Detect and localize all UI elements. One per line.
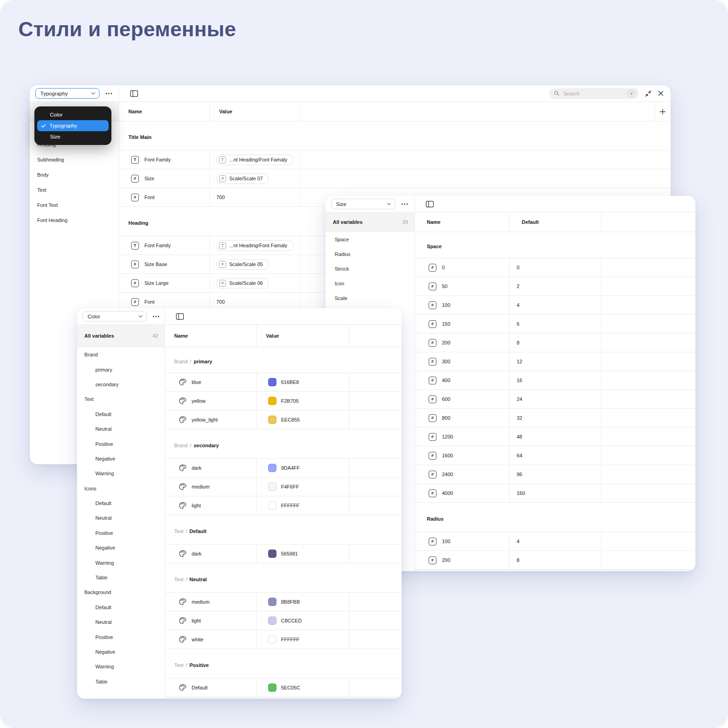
variable-row[interactable]: #4000160 [415, 484, 695, 503]
collapse-button[interactable] [645, 90, 652, 97]
more-menu-button[interactable] [153, 316, 160, 317]
variable-row[interactable]: white FFFFFF [165, 630, 402, 649]
variable-value[interactable]: 8 [517, 340, 519, 345]
variable-row[interactable]: blue 616BE8 [165, 373, 402, 392]
color-swatch[interactable] [268, 635, 276, 644]
variable-row[interactable]: yellow_light EEC855 [165, 411, 402, 429]
sidebar-item-icon[interactable]: Icon [325, 276, 414, 291]
variable-value[interactable]: 160 [517, 490, 525, 496]
create-variable-button[interactable]: Create variable [415, 570, 695, 571]
variable-value[interactable]: 32 [517, 415, 522, 421]
sidebar-item-icons-negative[interactable]: Negative [77, 540, 165, 555]
color-swatch[interactable] [268, 397, 276, 405]
sidebar-item-bg-warning[interactable]: Warning [77, 659, 165, 674]
sidebar-item-text[interactable]: Text [77, 392, 165, 406]
collection-select-size[interactable]: Size [331, 199, 395, 209]
variable-row[interactable]: Default 5EC05C [165, 678, 402, 697]
sidebar-item-scale[interactable]: Scale [325, 291, 414, 306]
color-hex[interactable]: FFFFFF [281, 503, 299, 508]
more-menu-button[interactable] [105, 93, 112, 94]
search-field[interactable] [550, 89, 638, 99]
variable-value[interactable]: 96 [517, 472, 522, 477]
color-swatch[interactable] [268, 378, 276, 386]
sidebar-item-icons-warning[interactable]: Warning [77, 555, 165, 570]
more-menu-button[interactable] [401, 203, 408, 205]
variable-value[interactable]: 700 [216, 299, 225, 305]
sidebar-item-strock[interactable]: Strock [325, 261, 414, 276]
color-swatch[interactable] [268, 550, 276, 558]
color-hex[interactable]: 565981 [281, 551, 298, 556]
sidebar-item-subheading[interactable]: Subheading [30, 152, 119, 167]
variable-value[interactable]: 700 [216, 195, 225, 200]
variable-value[interactable]: 12 [517, 359, 522, 364]
color-swatch[interactable] [268, 483, 276, 491]
variable-row[interactable]: #30012 [415, 352, 695, 371]
variable-value[interactable]: 0 [517, 265, 519, 270]
color-swatch[interactable] [268, 501, 276, 510]
color-hex[interactable]: FFFFFF [281, 637, 299, 642]
variable-row[interactable]: #240096 [415, 465, 695, 484]
sidebar-item-icons-positive[interactable]: Positive [77, 526, 165, 540]
color-hex[interactable]: EEC855 [281, 417, 300, 422]
collection-select-typography[interactable]: Typography [35, 88, 99, 99]
variable-row[interactable]: dark 9DA4FF [165, 459, 402, 478]
sidebar-item-icons[interactable]: Icons [77, 481, 165, 496]
variable-row[interactable]: #00 [415, 258, 695, 277]
variable-row[interactable]: yellow F2B705 [165, 392, 402, 411]
variable-row[interactable]: #60024 [415, 390, 695, 409]
sidebar-item-bg-table[interactable]: Table [77, 674, 165, 689]
toggle-sidebar-button[interactable] [426, 201, 434, 207]
variable-alias-pill[interactable]: #Scale/Scale 06 [216, 278, 269, 289]
create-variable-button[interactable]: Create variable [165, 697, 402, 699]
variable-row[interactable]: #1004 [415, 296, 695, 315]
toggle-sidebar-button[interactable] [176, 313, 184, 320]
color-hex[interactable]: F4F6FF [281, 484, 299, 489]
sidebar-item-text-positive[interactable]: Positive [77, 436, 165, 451]
sidebar-item-brand[interactable]: Brand [77, 347, 165, 362]
variable-row[interactable]: TFont Family T...nt Heading/Font Famaly [119, 150, 671, 169]
variable-value[interactable]: 64 [517, 453, 522, 458]
variable-row[interactable]: #2008 [415, 333, 695, 352]
sidebar-item-font-heading[interactable]: Font Heading [30, 212, 119, 228]
add-variable-button[interactable] [655, 102, 671, 121]
sidebar-item-primary[interactable]: primary [77, 362, 165, 377]
variable-row[interactable]: medium F4F6FF [165, 478, 402, 496]
sidebar-item-background[interactable]: Background [77, 585, 165, 600]
variable-alias-pill[interactable]: #Scale/Scale 05 [216, 259, 269, 270]
variable-alias-pill[interactable]: #Scale/Scale 07 [216, 173, 269, 184]
sidebar-item-bg-default[interactable]: Default [77, 600, 165, 615]
menu-item-typography[interactable]: Typography [37, 120, 109, 131]
all-variables-cell[interactable]: All variables 29 [325, 212, 414, 232]
sidebar-item-bg-negative[interactable]: Negative [77, 645, 165, 659]
variable-value[interactable]: 2 [517, 283, 519, 289]
color-swatch[interactable] [268, 464, 276, 472]
variable-row[interactable]: #502 [415, 277, 695, 296]
color-swatch[interactable] [268, 416, 276, 424]
filter-icon[interactable] [627, 89, 635, 98]
menu-item-color[interactable]: Color [34, 109, 111, 120]
sidebar-item-secondary[interactable]: secondary [77, 377, 165, 392]
color-hex[interactable]: 9DA4FF [281, 465, 300, 471]
sidebar-item-body[interactable]: Body [30, 167, 119, 182]
toggle-sidebar-button[interactable] [130, 90, 138, 97]
variable-value[interactable]: 16 [517, 378, 522, 383]
variable-value[interactable]: 48 [517, 434, 522, 439]
sidebar-item-text-warning[interactable]: Warning [77, 466, 165, 481]
color-hex[interactable]: 616BE8 [281, 379, 299, 385]
variable-row[interactable]: dark 565981 [165, 545, 402, 563]
menu-item-size[interactable]: Size [34, 131, 111, 142]
sidebar-item-text-negative[interactable]: Negative [77, 451, 165, 466]
variable-value[interactable]: 4 [517, 539, 519, 544]
color-swatch[interactable] [268, 684, 276, 692]
sidebar-item-space[interactable]: Space [325, 232, 414, 247]
sidebar-item-icons-default[interactable]: Default [77, 496, 165, 511]
sidebar-item-text-neutral[interactable]: Neutral [77, 422, 165, 436]
color-hex[interactable]: F2B705 [281, 398, 299, 404]
sidebar-item-text-default[interactable]: Default [77, 407, 165, 422]
variable-row[interactable]: #80032 [415, 409, 695, 428]
variable-value[interactable]: 4 [517, 302, 519, 308]
color-hex[interactable]: 8B8FBB [281, 599, 300, 605]
variable-row[interactable]: light C8CCED [165, 611, 402, 630]
variable-alias-pill[interactable]: T...nt Heading/Font Famaly [216, 155, 293, 165]
variable-row[interactable]: light FFFFFF [165, 496, 402, 515]
